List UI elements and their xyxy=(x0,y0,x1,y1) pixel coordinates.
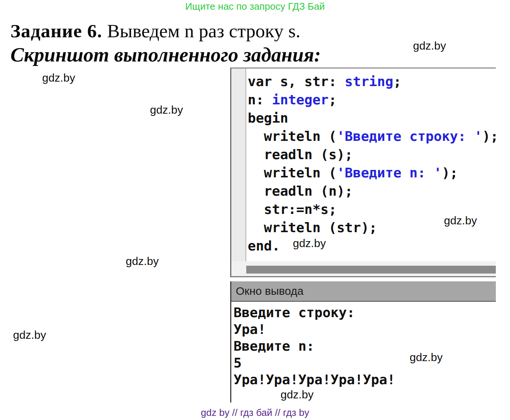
scrollbar-thumb[interactable] xyxy=(246,266,496,274)
code-token: writeln (str); xyxy=(248,220,377,235)
task-heading: Задание 6. Выведем n раз строку s. xyxy=(10,20,300,42)
gdz-watermark: gdz.by xyxy=(126,255,159,268)
output-line: Ура! xyxy=(234,321,395,338)
code-line: n: integer; xyxy=(248,91,498,109)
code-token: readln (s); xyxy=(248,147,353,162)
output-line: Введите строку: xyxy=(234,304,395,321)
code-line: readln (s); xyxy=(248,145,498,164)
code-token: ); xyxy=(482,129,498,144)
code-token-blue: integer xyxy=(272,92,329,107)
output-lines: Введите строку:Ура!Введите n:5Ура!Ура!Ур… xyxy=(234,304,395,388)
code-token: ; xyxy=(393,74,401,89)
gdz-watermark: gdz.by xyxy=(281,388,313,401)
code-token: ); xyxy=(442,165,458,180)
page: Ищите нас по запросу ГДЗ Бай Задание 6. … xyxy=(0,0,510,420)
output-line: Ура!Ура!Ура!Ура!Ура! xyxy=(234,371,395,388)
horizontal-scrollbar[interactable] xyxy=(231,261,496,276)
gdz-watermark: gdz.by xyxy=(413,40,446,52)
footer-text: gdz by // гдз бай // гдз by xyxy=(0,407,510,419)
code-token: begin xyxy=(248,110,288,126)
code-line: end. xyxy=(248,237,498,255)
gdz-watermark: gdz.by xyxy=(293,237,326,250)
gdz-watermark: gdz.by xyxy=(42,72,75,84)
code-line: var s, str: string; xyxy=(248,72,498,91)
code-line: writeln ('Введите n: '); xyxy=(248,164,498,182)
code-token: writeln ( xyxy=(248,129,337,144)
code-line: writeln ('Введите строку: '); xyxy=(248,127,498,145)
code-line: readln (n); xyxy=(248,182,498,200)
output-content: Введите строку:Ура!Введите n:5Ура!Ура!Ур… xyxy=(231,302,496,402)
gdz-watermark: gdz.by xyxy=(410,351,442,364)
code-token: end. xyxy=(248,238,280,253)
promo-banner: Ищите нас по запросу ГДЗ Бай xyxy=(0,1,510,12)
code-token: str:=n*s; xyxy=(248,202,337,217)
output-line: Введите n: xyxy=(234,338,395,354)
gdz-watermark: gdz.by xyxy=(13,329,46,341)
task-description: Выведем n раз строку s. xyxy=(102,20,300,41)
code-token: writeln ( xyxy=(248,165,337,180)
gdz-watermark: gdz.by xyxy=(444,214,477,227)
code-lines[interactable]: var s, str: string;n: integer;begin writ… xyxy=(248,72,498,255)
code-token: n: xyxy=(248,92,272,107)
screenshot-caption: Скриншот выполненного задания: xyxy=(10,43,321,66)
gdz-watermark: gdz.by xyxy=(150,104,183,116)
code-token: var s, str: xyxy=(248,74,345,89)
code-token: readln (n); xyxy=(248,183,353,199)
code-token-blue: 'Введите n: ' xyxy=(337,165,442,180)
code-token: ; xyxy=(329,92,337,107)
output-line: 5 xyxy=(234,354,395,371)
code-token-blue: string xyxy=(345,74,393,89)
output-window: Окно вывода Введите строку:Ура!Введите n… xyxy=(230,281,496,402)
code-editor-window: var s, str: string;n: integer;begin writ… xyxy=(230,67,496,277)
code-line: begin xyxy=(248,109,498,127)
task-number: Задание 6. xyxy=(10,20,102,41)
output-window-titlebar: Окно вывода xyxy=(231,281,496,302)
code-token-blue: 'Введите строку: ' xyxy=(337,129,482,144)
output-window-title: Окно вывода xyxy=(236,285,303,297)
code-gutter xyxy=(231,69,246,262)
